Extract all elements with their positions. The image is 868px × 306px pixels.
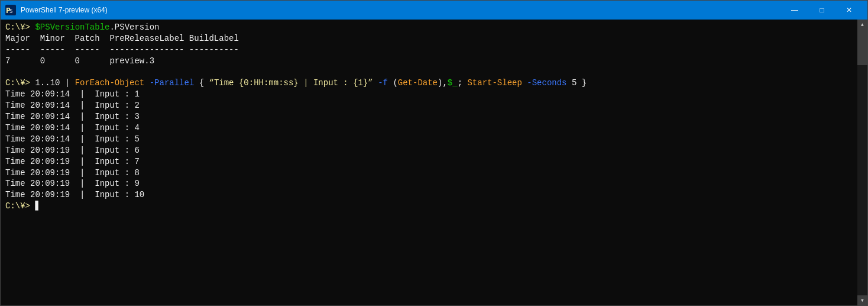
window-title: PowerShell 7-preview (x64) — [21, 6, 108, 14]
line-table-values: 7 0 0 preview.3 — [5, 56, 853, 67]
line-out5: Time 20:09:14 | Input : 5 — [5, 134, 853, 145]
powershell-window: P S PowerShell 7-preview (x64) — □ ✕ C:\… — [0, 0, 868, 306]
line-out2: Time 20:09:14 | Input : 2 — [5, 100, 853, 111]
close-button[interactable]: ✕ — [835, 1, 863, 20]
minimize-button[interactable]: — — [781, 1, 808, 20]
svg-text:S: S — [9, 8, 12, 14]
scroll-up-button[interactable]: ▲ — [857, 20, 867, 30]
line-out7: Time 20:09:19 | Input : 7 — [5, 156, 853, 168]
line-table-header: Major Minor Patch PreReleaseLabel BuildL… — [5, 33, 853, 44]
line-out6: Time 20:09:19 | Input : 6 — [5, 145, 853, 156]
line-prompt2: C:\¥> 1..10 | ForEach-Object -Parallel {… — [5, 78, 853, 89]
line-prompt1: C:\¥> $PSVersionTable.PSVersion — [5, 22, 853, 33]
title-bar: P S PowerShell 7-preview (x64) — □ ✕ — [1, 1, 867, 20]
title-bar-controls: — □ ✕ — [781, 1, 863, 20]
title-bar-left: P S PowerShell 7-preview (x64) — [5, 5, 108, 15]
powershell-icon: P S — [5, 5, 16, 15]
scrollbar[interactable]: ▲ ▼ — [857, 20, 867, 305]
line-table-divider: ----- ----- ----- --------------- ------… — [5, 44, 853, 56]
line-out9: Time 20:09:19 | Input : 9 — [5, 178, 853, 189]
console-area[interactable]: C:\¥> $PSVersionTable.PSVersion Major Mi… — [1, 20, 867, 305]
console-output[interactable]: C:\¥> $PSVersionTable.PSVersion Major Mi… — [1, 20, 857, 305]
scrollbar-track[interactable] — [857, 30, 867, 295]
scroll-down-button[interactable]: ▼ — [857, 295, 867, 305]
line-out8: Time 20:09:19 | Input : 8 — [5, 168, 853, 179]
maximize-button[interactable]: □ — [808, 1, 835, 20]
line-final-prompt: C:\¥> ▋ — [5, 201, 853, 212]
line-blank1 — [5, 67, 853, 78]
line-out10: Time 20:09:19 | Input : 10 — [5, 189, 853, 201]
line-out1: Time 20:09:14 | Input : 1 — [5, 89, 853, 100]
line-out3: Time 20:09:14 | Input : 3 — [5, 111, 853, 123]
line-out4: Time 20:09:14 | Input : 4 — [5, 123, 853, 134]
scrollbar-thumb[interactable] — [857, 30, 867, 65]
